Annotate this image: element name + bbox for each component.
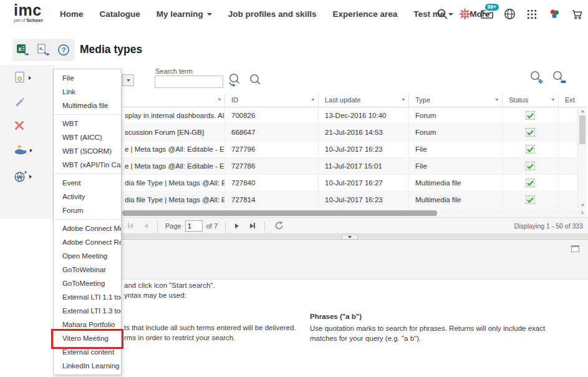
export-excel-icon[interactable]: X <box>16 44 30 56</box>
svg-text:x: x <box>24 170 27 174</box>
menu-item-gotowebinar[interactable]: GoToWebinar <box>54 263 121 277</box>
pencil-icon <box>14 96 26 108</box>
cell-id: 727814 <box>224 192 318 208</box>
collapse-panel-icon[interactable] <box>571 245 579 252</box>
status-active-checkbox[interactable] <box>526 179 535 187</box>
menu-item-wbt-xapi[interactable]: WBT (xAPI/Tin Can) <box>54 158 121 172</box>
column-header-type[interactable]: Type <box>408 94 502 107</box>
cell-last-update: 10-Jul-2017 16:27 <box>318 175 408 191</box>
menu-item-forum[interactable]: Forum <box>54 203 121 217</box>
scroll-up-icon[interactable]: ▲ <box>578 109 587 113</box>
reset-search-icon[interactable] <box>227 72 243 90</box>
menu-item-external-lti-11[interactable]: External LTI 1.1 tool <box>54 290 121 304</box>
menu-item-linkedin-learning[interactable]: LinkedIn Learning <box>54 359 121 373</box>
horizontal-scrollbar[interactable]: › <box>55 209 587 217</box>
column-header-status[interactable]: Status <box>502 94 558 107</box>
menu-item-activity[interactable]: Activity <box>54 190 121 203</box>
sort-arrow-icon[interactable] <box>551 99 555 101</box>
search-icon[interactable] <box>436 8 448 21</box>
table-row[interactable]: scussion Forum [EN-GB] 668647 21-Jul-201… <box>55 124 587 141</box>
help-text-line: yntax may be used: <box>124 290 186 300</box>
last-page-button[interactable] <box>250 223 255 228</box>
table-row[interactable]: dia file Type | Meta tags @All: Edi... 7… <box>55 192 587 208</box>
cell-type: File <box>408 141 502 157</box>
menu-item-vitero-meeting[interactable]: Vitero Meeting <box>54 331 121 345</box>
page-number-input[interactable] <box>185 220 203 232</box>
first-page-button[interactable] <box>128 223 133 228</box>
status-active-checkbox[interactable] <box>526 195 535 204</box>
publish-button[interactable] <box>14 144 32 157</box>
nav-job-profiles[interactable]: Job profiles and skills <box>228 9 317 19</box>
table-row[interactable]: splay in internal dashboards. Allo... 70… <box>55 107 587 124</box>
nav-experience-area[interactable]: Experience area <box>333 9 398 19</box>
language-globe-icon[interactable] <box>503 8 516 21</box>
splitter-handle[interactable] <box>342 235 358 240</box>
table-row[interactable]: e | Meta tags @All: Editable - Edit... 7… <box>55 141 587 158</box>
menu-item-multimedia-file[interactable]: Multimedia file <box>54 99 121 112</box>
main-menu: Home Catalogue My learning Job profiles … <box>60 0 489 28</box>
export-document-icon[interactable]: a, <box>37 44 51 56</box>
sort-arrow-icon[interactable] <box>218 99 221 101</box>
vertical-scrollbar[interactable]: ▲ ▼ <box>577 107 587 208</box>
admin-gear-icon[interactable] <box>458 8 471 21</box>
status-active-checkbox[interactable] <box>526 145 535 154</box>
horizontal-scroll-thumb[interactable] <box>122 210 437 216</box>
table-body: splay in internal dashboards. Allo... 70… <box>55 107 587 208</box>
status-active-checkbox[interactable] <box>526 111 535 120</box>
column-header-ext[interactable]: Ext <box>558 94 587 107</box>
menu-item-adobe-connect-meeting[interactable]: Adobe Connect Meeting <box>54 222 121 235</box>
translate-button[interactable]: Ax <box>14 170 32 183</box>
sort-arrow-icon[interactable] <box>402 99 405 101</box>
menu-item-event[interactable]: Event <box>54 176 121 190</box>
menu-item-wbt[interactable]: WBT <box>54 117 121 130</box>
menu-item-open-meeting[interactable]: Open Meeting <box>54 249 121 263</box>
delete-button[interactable] <box>14 120 25 131</box>
search-settings-icon[interactable] <box>529 70 545 87</box>
new-media-button[interactable] <box>14 71 31 84</box>
unread-count-badge: 99+ <box>484 2 500 12</box>
nav-home[interactable]: Home <box>60 9 84 19</box>
nav-my-learning[interactable]: My learning <box>157 9 212 19</box>
apps-grid-icon[interactable] <box>526 8 538 21</box>
hide-search-icon[interactable] <box>551 70 567 87</box>
menu-item-adobe-connect-recording[interactable]: Adobe Connect Recording <box>54 235 121 249</box>
cell-type: Multimedia file <box>408 192 502 208</box>
cell-status <box>502 107 558 124</box>
table-row[interactable]: dia file Type | Meta tags @All: Edi... 7… <box>55 175 587 192</box>
menu-item-gotomeeting[interactable]: GoToMeeting <box>54 277 121 290</box>
help-phrases-title: Phrases ("a b") <box>310 311 548 321</box>
column-header-last-update[interactable]: Last update <box>318 94 408 107</box>
panel-splitter[interactable] <box>55 235 588 240</box>
nav-catalogue[interactable]: Catalogue <box>100 9 140 19</box>
edit-button[interactable] <box>14 96 26 108</box>
menu-item-mahara-portfolio[interactable]: Mahara Portfolio <box>54 318 121 331</box>
menu-item-external-lti-13[interactable]: External LTI 1.3 tool <box>54 304 121 318</box>
cell-status <box>502 141 558 157</box>
menu-item-file[interactable]: File <box>54 71 121 85</box>
refresh-icon[interactable] <box>274 221 284 230</box>
status-active-checkbox[interactable] <box>526 162 535 170</box>
shopping-cart-icon[interactable] <box>571 8 583 21</box>
column-header-id[interactable]: ID <box>224 94 318 107</box>
menu-item-wbt-aicc[interactable]: WBT (AICC) <box>54 130 121 144</box>
sort-arrow-icon[interactable] <box>311 99 315 101</box>
imc-logo[interactable]: imc part of Scheer <box>14 3 43 23</box>
imc-club-icon[interactable] <box>548 8 561 21</box>
search-field-select[interactable] <box>122 74 134 86</box>
scroll-right-icon[interactable]: › <box>581 208 584 216</box>
help-icon[interactable]: ? <box>57 44 71 56</box>
table-row[interactable]: e | Meta tags @All: Editable - Edit... 7… <box>55 158 587 175</box>
search-input[interactable] <box>155 76 223 88</box>
vertical-scroll-thumb[interactable] <box>579 115 586 144</box>
status-active-checkbox[interactable] <box>526 128 535 137</box>
scroll-down-icon[interactable]: ▼ <box>578 203 587 207</box>
messages-envelope-icon[interactable]: 99+ <box>481 8 493 21</box>
previous-page-button[interactable] <box>144 223 148 228</box>
start-search-icon[interactable] <box>248 73 263 90</box>
search-term-label: Search term <box>155 67 193 75</box>
sort-arrow-icon[interactable] <box>495 99 499 101</box>
menu-item-link[interactable]: Link <box>54 85 121 99</box>
menu-item-external-content[interactable]: External content <box>54 345 121 359</box>
next-page-button[interactable] <box>235 223 239 228</box>
menu-item-wbt-scorm[interactable]: WBT (SCORM) <box>54 144 121 158</box>
